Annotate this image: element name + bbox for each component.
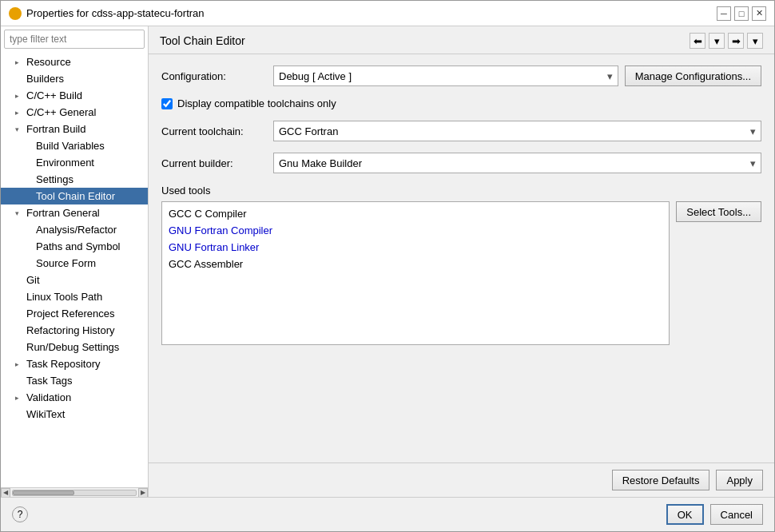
sidebar-item-linux-tools-path[interactable]: Linux Tools Path	[1, 288, 148, 305]
sidebar-item-label: Environment	[36, 157, 94, 169]
chevron-icon: ▸	[15, 92, 23, 100]
sidebar-item-label: Builders	[26, 73, 64, 85]
sidebar-item-analysis-refactor[interactable]: Analysis/Refactor	[1, 221, 148, 238]
sidebar-item-build-variables[interactable]: Build Variables	[1, 137, 148, 154]
more-icon: ▾	[753, 35, 758, 47]
forward-button[interactable]: ➡	[728, 33, 744, 49]
dropdown-arrow-button[interactable]: ▾	[709, 33, 725, 49]
builder-control: Gnu Make Builder	[273, 153, 761, 173]
horizontal-scrollbar[interactable]	[10, 488, 138, 498]
window-title: Properties for cdss-app-statecu-fortran	[26, 7, 205, 19]
apply-button[interactable]: Apply	[716, 470, 763, 490]
list-item[interactable]: GNU Fortran Linker	[162, 239, 669, 256]
sidebar-item-label: Analysis/Refactor	[36, 224, 117, 236]
toolchain-control: GCC Fortran	[273, 121, 761, 141]
list-item[interactable]: GCC Assembler	[162, 256, 669, 272]
sidebar-item-label: C/C++ General	[26, 106, 96, 118]
toolchain-select[interactable]: GCC Fortran	[279, 125, 756, 137]
sidebar-item-fortran-general[interactable]: ▾Fortran General	[1, 204, 148, 221]
sidebar-item-resource[interactable]: ▸Resource	[1, 54, 148, 70]
sidebar-item-tool-chain-editor[interactable]: Tool Chain Editor	[1, 188, 148, 204]
tools-container: GCC C CompilerGNU Fortran CompilerGNU Fo…	[161, 201, 761, 345]
scroll-thumb	[13, 490, 74, 495]
sidebar-item-label: Project References	[26, 308, 115, 320]
sidebar-item-label: Task Tags	[26, 375, 73, 387]
sidebar-item-label: Linux Tools Path	[26, 291, 102, 303]
sidebar-item-cpp-general[interactable]: ▸C/C++ General	[1, 104, 148, 121]
sidebar-item-builders[interactable]: Builders	[1, 70, 148, 87]
forward-icon: ➡	[732, 35, 741, 47]
sidebar-item-label: Resource	[26, 56, 71, 68]
sidebar-item-project-references[interactable]: Project References	[1, 305, 148, 322]
sidebar-item-label: Build Variables	[36, 140, 105, 152]
main-content: Tool Chain Editor ⬅ ▾ ➡ ▾	[149, 26, 774, 497]
sidebar-item-environment[interactable]: Environment	[1, 154, 148, 171]
sidebar-item-run-debug-settings[interactable]: Run/Debug Settings	[1, 339, 148, 355]
configuration-select-wrapper[interactable]: Debug [ Active ]	[273, 66, 618, 86]
tools-list[interactable]: GCC C CompilerGNU Fortran CompilerGNU Fo…	[161, 201, 670, 345]
dialog-footer: ? OK Cancel	[1, 497, 774, 531]
filter-input[interactable]	[4, 30, 145, 49]
sidebar-tree: ▸ResourceBuilders▸C/C++ Build▸C/C++ Gene…	[1, 52, 148, 487]
sidebar-item-label: Paths and Symbol	[36, 240, 121, 252]
list-item[interactable]: GCC C Compiler	[162, 205, 669, 222]
cancel-button[interactable]: Cancel	[710, 504, 763, 525]
back-icon: ⬅	[694, 35, 702, 47]
toolchain-select-wrapper[interactable]: GCC Fortran	[273, 121, 761, 141]
sidebar-item-cpp-build[interactable]: ▸C/C++ Build	[1, 87, 148, 104]
sidebar-item-label: Fortran General	[26, 207, 100, 219]
back-button[interactable]: ⬅	[690, 33, 705, 49]
sidebar-item-fortran-build[interactable]: ▾Fortran Build	[1, 121, 148, 137]
sidebar-item-label: Task Repository	[26, 358, 100, 370]
scroll-track	[12, 490, 137, 496]
display-compatible-checkbox[interactable]	[161, 98, 173, 109]
title-bar-left: Properties for cdss-app-statecu-fortran	[9, 7, 205, 20]
restore-defaults-button[interactable]: Restore Defaults	[612, 470, 710, 490]
sidebar-item-refactoring-history[interactable]: Refactoring History	[1, 322, 148, 339]
sidebar-item-settings[interactable]: Settings	[1, 171, 148, 188]
window-controls: ─ □ ✕	[717, 6, 766, 21]
select-tools-button[interactable]: Select Tools...	[676, 201, 761, 222]
sidebar-item-label: Fortran Build	[26, 123, 85, 135]
content-area: ▸ResourceBuilders▸C/C++ Build▸C/C++ Gene…	[1, 26, 774, 497]
used-tools-label: Used tools	[161, 185, 761, 197]
sidebar-item-paths-and-symbol[interactable]: Paths and Symbol	[1, 238, 148, 255]
ok-button[interactable]: OK	[666, 504, 704, 525]
chevron-icon: ▸	[15, 58, 23, 66]
configuration-select[interactable]: Debug [ Active ]	[279, 70, 613, 82]
scroll-left-button[interactable]: ◀	[1, 488, 10, 498]
sidebar-item-source-form[interactable]: Source Form	[1, 255, 148, 272]
chevron-icon: ▸	[15, 360, 23, 368]
sidebar-item-label: Refactoring History	[26, 324, 115, 336]
builder-select[interactable]: Gnu Make Builder	[279, 157, 756, 169]
maximize-button[interactable]: □	[734, 6, 749, 21]
close-button[interactable]: ✕	[752, 6, 766, 21]
configuration-control: Debug [ Active ] Manage Configurations..…	[273, 66, 761, 86]
more-button[interactable]: ▾	[747, 33, 763, 49]
sidebar-item-task-repository[interactable]: ▸Task Repository	[1, 355, 148, 372]
panel-header: Tool Chain Editor ⬅ ▾ ➡ ▾	[149, 26, 774, 54]
sidebar-item-git[interactable]: Git	[1, 272, 148, 288]
panel-title: Tool Chain Editor	[160, 34, 245, 47]
sidebar-item-validation[interactable]: ▸Validation	[1, 389, 148, 406]
manage-configurations-button[interactable]: Manage Configurations...	[625, 66, 761, 86]
builder-row: Current builder: Gnu Make Builder	[161, 153, 761, 173]
sidebar-item-label: Tool Chain Editor	[36, 190, 115, 202]
sidebar-item-label: Run/Debug Settings	[26, 341, 119, 353]
configuration-label: Configuration:	[161, 70, 273, 82]
scroll-right-button[interactable]: ▶	[138, 488, 148, 498]
chevron-down-icon: ▾	[714, 35, 720, 47]
checkbox-label: Display compatible toolchains only	[177, 97, 336, 109]
toolchain-label: Current toolchain:	[161, 125, 273, 137]
toolchain-row: Current toolchain: GCC Fortran	[161, 121, 761, 141]
builder-select-wrapper[interactable]: Gnu Make Builder	[273, 153, 761, 173]
title-bar: Properties for cdss-app-statecu-fortran …	[1, 1, 774, 26]
list-item[interactable]: GNU Fortran Compiler	[162, 222, 669, 239]
panel-toolbar: ⬅ ▾ ➡ ▾	[690, 33, 763, 49]
panel-body: Configuration: Debug [ Active ] Manage C…	[149, 54, 774, 463]
minimize-button[interactable]: ─	[717, 6, 731, 21]
sidebar-item-task-tags[interactable]: Task Tags	[1, 372, 148, 389]
sidebar-item-wikitext[interactable]: WikiText	[1, 406, 148, 423]
help-button[interactable]: ?	[12, 506, 28, 522]
sidebar-item-label: Git	[26, 274, 40, 286]
